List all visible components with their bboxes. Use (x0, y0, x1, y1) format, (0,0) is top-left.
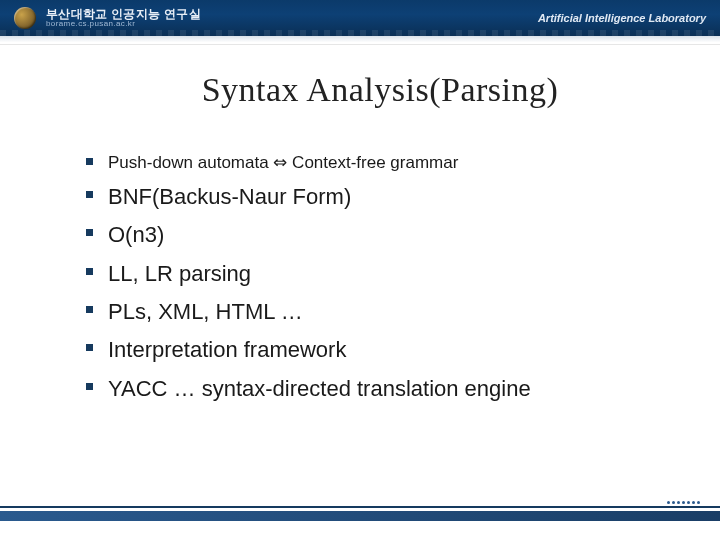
list-item: Interpretation framework (86, 332, 680, 368)
list-item: Push-down automata ⇔ Context-free gramma… (86, 149, 680, 177)
bullet-text: O(n3) (108, 222, 164, 247)
bullet-text: LL, LR parsing (108, 261, 251, 286)
header-divider (0, 36, 720, 45)
lab-name: Artificial Intelligence Laboratory (538, 12, 706, 24)
list-item: PLs, XML, HTML … (86, 294, 680, 330)
bullet-text: YACC … syntax-directed translation engin… (108, 376, 531, 401)
list-item: BNF(Backus-Naur Form) (86, 179, 680, 215)
list-item: YACC … syntax-directed translation engin… (86, 371, 680, 407)
bullet-text: Interpretation framework (108, 337, 346, 362)
bullet-text: BNF(Backus-Naur Form) (108, 184, 351, 209)
list-item: O(n3) (86, 217, 680, 253)
slide-title: Syntax Analysis(Parsing) (80, 71, 680, 109)
footer-dots-icon (667, 501, 700, 504)
slide-body: Syntax Analysis(Parsing) Push-down autom… (0, 45, 720, 407)
university-logo-icon (14, 7, 36, 29)
institution-block: 부산대학교 인공지능 연구실 borame.cs.pusan.ac.kr (46, 8, 201, 29)
bullet-list: Push-down automata ⇔ Context-free gramma… (80, 149, 680, 407)
bullet-text: PLs, XML, HTML … (108, 299, 303, 324)
institution-url: borame.cs.pusan.ac.kr (46, 20, 201, 28)
header-left: 부산대학교 인공지능 연구실 borame.cs.pusan.ac.kr (14, 7, 201, 29)
list-item: LL, LR parsing (86, 256, 680, 292)
slide-footer (0, 506, 720, 522)
bullet-text: Push-down automata ⇔ Context-free gramma… (108, 153, 458, 172)
